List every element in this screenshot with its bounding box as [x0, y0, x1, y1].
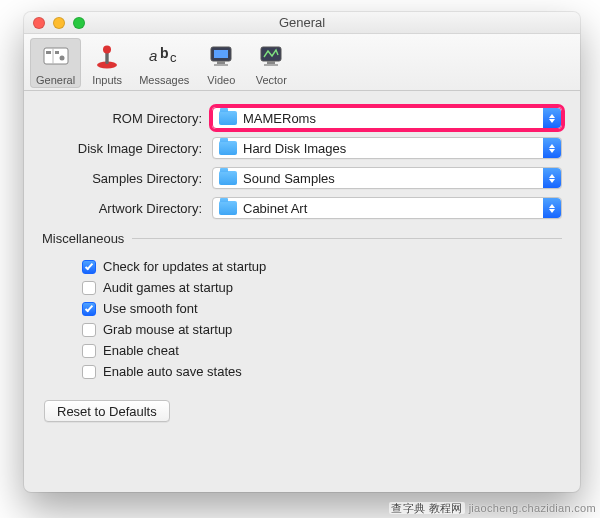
option-label: Use smooth font	[103, 301, 198, 316]
miscellaneous-heading: Miscellaneous	[42, 231, 562, 246]
artwork-directory-value: Cabinet Art	[243, 201, 307, 216]
svg-rect-13	[217, 61, 225, 64]
titlebar: General	[24, 12, 580, 34]
window-controls	[24, 17, 85, 29]
tab-messages[interactable]: a b c Messages	[133, 38, 195, 88]
disk-image-directory-row: Disk Image Directory: Hard Disk Images	[42, 137, 562, 159]
checkbox[interactable]	[82, 323, 96, 337]
checkbox[interactable]	[82, 281, 96, 295]
tab-label: General	[36, 74, 75, 86]
svg-text:c: c	[170, 50, 177, 65]
misc-option: Check for updates at startup	[42, 256, 562, 277]
checkbox[interactable]	[82, 365, 96, 379]
messages-icon: a b c	[149, 42, 179, 72]
preferences-window: General General	[24, 12, 580, 492]
svg-point-4	[59, 56, 64, 61]
misc-option: Use smooth font	[42, 298, 562, 319]
general-icon	[41, 42, 71, 72]
general-pane: ROM Directory: MAMERoms Disk Image Direc…	[24, 91, 580, 440]
rom-directory-picker[interactable]: MAMERoms	[212, 107, 562, 129]
reset-to-defaults-button[interactable]: Reset to Defaults	[44, 400, 170, 422]
tab-general[interactable]: General	[30, 38, 81, 88]
miscellaneous-options: Check for updates at startupAudit games …	[42, 256, 562, 382]
misc-option: Audit games at startup	[42, 277, 562, 298]
option-label: Audit games at startup	[103, 280, 233, 295]
svg-rect-0	[44, 48, 68, 64]
disk-image-directory-label: Disk Image Directory:	[42, 141, 212, 156]
samples-directory-row: Samples Directory: Sound Samples	[42, 167, 562, 189]
checkbox[interactable]	[82, 302, 96, 316]
option-label: Enable auto save states	[103, 364, 242, 379]
samples-directory-picker[interactable]: Sound Samples	[212, 167, 562, 189]
tab-video[interactable]: Video	[197, 38, 245, 88]
folder-icon	[219, 201, 237, 215]
svg-point-7	[103, 46, 111, 54]
popup-arrows-icon	[543, 138, 561, 158]
disk-image-directory-value: Hard Disk Images	[243, 141, 346, 156]
svg-rect-17	[264, 64, 278, 66]
misc-option: Enable cheat	[42, 340, 562, 361]
samples-directory-label: Samples Directory:	[42, 171, 212, 186]
svg-rect-3	[55, 51, 59, 54]
checkbox[interactable]	[82, 260, 96, 274]
video-icon	[206, 42, 236, 72]
minimize-window-button[interactable]	[53, 17, 65, 29]
checkbox[interactable]	[82, 344, 96, 358]
misc-option: Enable auto save states	[42, 361, 562, 382]
svg-rect-12	[214, 50, 228, 58]
svg-rect-14	[214, 64, 228, 66]
tab-label: Inputs	[92, 74, 122, 86]
tab-inputs[interactable]: Inputs	[83, 38, 131, 88]
option-label: Enable cheat	[103, 343, 179, 358]
artwork-directory-label: Artwork Directory:	[42, 201, 212, 216]
folder-icon	[219, 141, 237, 155]
option-label: Check for updates at startup	[103, 259, 266, 274]
artwork-directory-picker[interactable]: Cabinet Art	[212, 197, 562, 219]
preferences-toolbar: General Inputs a b c Messages	[24, 34, 580, 91]
zoom-window-button[interactable]	[73, 17, 85, 29]
tab-label: Vector	[256, 74, 287, 86]
svg-rect-16	[267, 61, 275, 64]
rom-directory-label: ROM Directory:	[42, 111, 212, 126]
folder-icon	[219, 171, 237, 185]
svg-rect-2	[46, 51, 51, 54]
samples-directory-value: Sound Samples	[243, 171, 335, 186]
svg-text:b: b	[160, 45, 169, 61]
artwork-directory-row: Artwork Directory: Cabinet Art	[42, 197, 562, 219]
popup-arrows-icon	[543, 108, 561, 128]
tab-label: Messages	[139, 74, 189, 86]
watermark: 查字典 教程网jiaocheng.chazidian.com	[389, 501, 596, 516]
popup-arrows-icon	[543, 198, 561, 218]
joystick-icon	[92, 42, 122, 72]
rom-directory-row: ROM Directory: MAMERoms	[42, 107, 562, 129]
misc-option: Grab mouse at startup	[42, 319, 562, 340]
rom-directory-value: MAMERoms	[243, 111, 316, 126]
svg-text:a: a	[149, 47, 157, 64]
disk-image-directory-picker[interactable]: Hard Disk Images	[212, 137, 562, 159]
tab-label: Video	[207, 74, 235, 86]
close-window-button[interactable]	[33, 17, 45, 29]
folder-icon	[219, 111, 237, 125]
tab-vector[interactable]: Vector	[247, 38, 295, 88]
vector-icon	[256, 42, 286, 72]
popup-arrows-icon	[543, 168, 561, 188]
window-title: General	[24, 15, 580, 30]
option-label: Grab mouse at startup	[103, 322, 232, 337]
